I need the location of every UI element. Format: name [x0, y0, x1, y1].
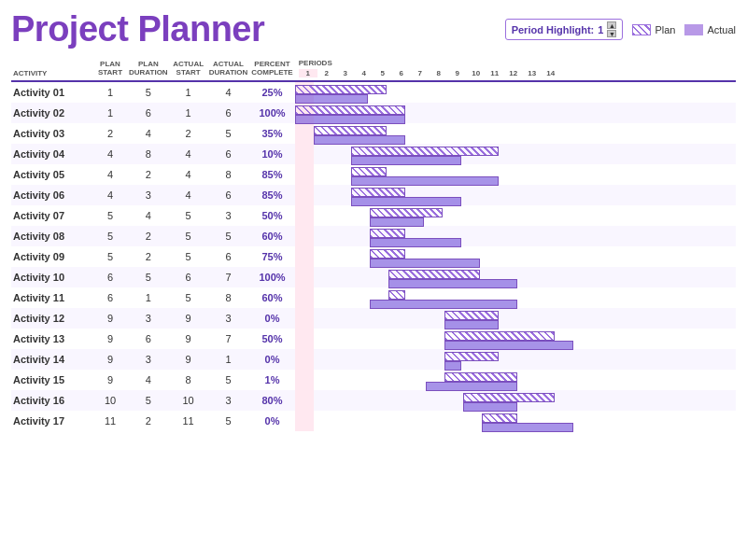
period-header-2: 2 — [317, 69, 336, 77]
gantt-actual-bar — [388, 279, 517, 288]
gantt-bar-cell — [295, 267, 736, 287]
plan-duration-value: 4 — [127, 205, 170, 226]
activity-name: Activity 04 — [11, 144, 93, 164]
spinner-down[interactable]: ▼ — [607, 30, 616, 37]
plan-duration-value: 8 — [127, 144, 170, 164]
gantt-plan-bar — [444, 331, 555, 341]
activity-name: Activity 09 — [11, 246, 93, 267]
highlight-column — [295, 144, 314, 164]
gantt-plan-bar — [351, 147, 499, 156]
gantt-plan-bar — [444, 352, 499, 361]
gantt-bar-cell — [295, 123, 736, 144]
col-header-percent: PERCENTCOMPLETE — [249, 59, 294, 79]
plan-duration-value: 2 — [127, 226, 170, 246]
percent-complete-value: 0% — [249, 411, 294, 431]
gantt-bar-cell — [295, 144, 736, 164]
table-row: Activity 04484610% — [11, 144, 736, 164]
highlight-column — [295, 205, 314, 226]
gantt-bar-cell — [295, 287, 736, 308]
gantt-plan-bar — [295, 85, 387, 94]
actual-start-value: 6 — [170, 267, 207, 287]
table-row: Activity 01151425% — [11, 81, 736, 103]
gantt-actual-bar — [463, 402, 517, 412]
period-header-5: 5 — [374, 69, 392, 77]
gantt-inner — [295, 164, 557, 185]
actual-duration-value: 7 — [207, 267, 250, 287]
actual-duration-value: 3 — [207, 205, 250, 226]
gantt-bar-cell — [295, 185, 736, 205]
percent-complete-value: 100% — [249, 267, 294, 287]
plan-duration-value: 5 — [127, 81, 170, 103]
actual-duration-value: 6 — [207, 246, 250, 267]
plan-duration-value: 5 — [127, 267, 170, 287]
percent-complete-value: 50% — [249, 205, 294, 226]
plan-duration-value: 4 — [127, 370, 170, 390]
plan-duration-value: 2 — [127, 411, 170, 431]
percent-complete-value: 85% — [249, 185, 294, 205]
table-row: Activity 13969750% — [11, 329, 736, 349]
gantt-inner — [295, 308, 557, 329]
gantt-plan-bar — [482, 413, 517, 423]
actual-start-value: 11 — [170, 411, 207, 431]
gantt-bar-cell — [295, 103, 736, 123]
gantt-plan-bar — [444, 372, 517, 382]
plan-start-value: 9 — [93, 349, 127, 370]
period-highlight-label: Period Highlight: — [512, 24, 595, 35]
actual-start-value: 1 — [170, 81, 207, 103]
plan-start-value: 9 — [93, 329, 127, 349]
actual-start-value: 9 — [170, 308, 207, 329]
activity-name: Activity 15 — [11, 370, 93, 390]
plan-start-value: 9 — [93, 308, 127, 329]
actual-duration-value: 5 — [207, 411, 250, 431]
actual-duration-value: 3 — [207, 390, 250, 411]
spinner-up[interactable]: ▲ — [607, 21, 616, 29]
table-row: Activity 06434685% — [11, 185, 736, 205]
gantt-actual-bar — [314, 135, 405, 145]
legend-plan-icon — [632, 24, 651, 35]
gantt-plan-bar — [444, 311, 499, 320]
gantt-body: Activity 01151425%Activity 021616100%Act… — [11, 81, 736, 431]
highlight-column — [295, 123, 314, 144]
plan-start-value: 4 — [93, 144, 127, 164]
table-row: Activity 07545350% — [11, 205, 736, 226]
actual-duration-value: 6 — [207, 103, 250, 123]
percent-complete-value: 10% — [249, 144, 294, 164]
period-header-7: 7 — [411, 69, 430, 77]
activity-name: Activity 10 — [11, 267, 93, 287]
gantt-plan-bar — [370, 208, 443, 217]
legend-area: Period Highlight: 1 ▲ ▼ Plan Actual — [505, 19, 736, 40]
table-row: Activity 171121150% — [11, 411, 736, 431]
plan-duration-value: 4 — [127, 123, 170, 144]
highlight-column — [295, 411, 314, 431]
legend-actual-label: Actual — [707, 24, 736, 35]
col-header-periods: PERIODS 1234567891011121314 — [295, 59, 736, 79]
percent-complete-value: 0% — [249, 308, 294, 329]
period-header-13: 13 — [523, 69, 542, 77]
table-row: Activity 021616100% — [11, 103, 736, 123]
percent-complete-value: 25% — [249, 81, 294, 103]
gantt-inner — [295, 246, 557, 267]
actual-start-value: 8 — [170, 370, 207, 390]
plan-duration-value: 6 — [127, 329, 170, 349]
actual-start-value: 4 — [170, 144, 207, 164]
gantt-inner — [295, 144, 557, 164]
plan-start-value: 4 — [93, 164, 127, 185]
table-row: Activity 1493910% — [11, 349, 736, 370]
percent-complete-value: 0% — [249, 349, 294, 370]
gantt-actual-bar — [295, 94, 368, 104]
period-header-1: 1 — [299, 69, 317, 77]
period-spinner[interactable]: ▲ ▼ — [607, 21, 616, 37]
gantt-inner — [295, 226, 557, 246]
period-header-14: 14 — [542, 69, 560, 77]
highlight-column — [295, 308, 314, 329]
gantt-bar-cell — [295, 81, 736, 103]
percent-complete-value: 75% — [249, 246, 294, 267]
period-highlight-control[interactable]: Period Highlight: 1 ▲ ▼ — [505, 19, 624, 40]
gantt-plan-bar — [388, 270, 480, 279]
actual-start-value: 9 — [170, 349, 207, 370]
plan-start-value: 2 — [93, 123, 127, 144]
gantt-plan-bar — [351, 167, 387, 176]
gantt-inner — [295, 185, 557, 205]
actual-duration-value: 5 — [207, 123, 250, 144]
gantt-table: ACTIVITY PLANSTART PLANDURATION ACTUALST… — [11, 59, 736, 431]
